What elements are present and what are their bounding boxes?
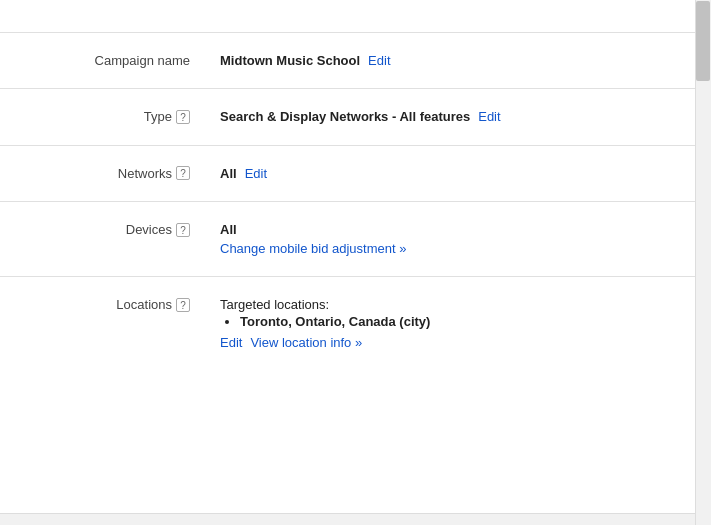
label-text-campaign-name: Campaign name: [95, 53, 190, 68]
label-text-networks: Networks: [118, 166, 172, 181]
value-cell-networks: AllEdit: [200, 145, 695, 202]
locations-header: Targeted locations:: [220, 297, 329, 312]
settings-row-campaign-name: Campaign nameMidtown Music SchoolEdit: [0, 33, 695, 89]
location-item: Toronto, Ontario, Canada (city): [240, 314, 685, 329]
label-cell-devices: Devices?: [0, 202, 200, 277]
label-text-devices: Devices: [126, 222, 172, 237]
view-location-info-link[interactable]: View location info »: [250, 335, 362, 350]
horizontal-scrollbar[interactable]: [0, 513, 695, 525]
edit-link-networks[interactable]: Edit: [245, 166, 267, 181]
edit-link-type[interactable]: Edit: [478, 109, 500, 124]
settings-row-type: Type?Search & Display Networks - All fea…: [0, 89, 695, 146]
value-cell-locations: Targeted locations:Toronto, Ontario, Can…: [200, 277, 695, 371]
change-link-devices[interactable]: Change mobile bid adjustment »: [220, 241, 685, 256]
settings-row-devices: Devices?AllChange mobile bid adjustment …: [0, 202, 695, 277]
label-cell-networks: Networks?: [0, 145, 200, 202]
value-cell-campaign-name: Midtown Music SchoolEdit: [200, 33, 695, 89]
edit-link-campaign-name[interactable]: Edit: [368, 53, 390, 68]
value-bold-devices: All: [220, 222, 237, 237]
label-cell-type: Type?: [0, 89, 200, 146]
location-links: EditView location info »: [220, 335, 685, 350]
locations-edit-link[interactable]: Edit: [220, 335, 242, 350]
value-bold-type: Search & Display Networks - All features: [220, 109, 470, 124]
settings-table: Campaign nameMidtown Music SchoolEditTyp…: [0, 32, 695, 370]
help-icon-networks[interactable]: ?: [176, 166, 190, 180]
label-text-locations: Locations: [116, 297, 172, 312]
value-cell-devices: AllChange mobile bid adjustment »: [200, 202, 695, 277]
page-title: [0, 0, 695, 32]
value-cell-type: Search & Display Networks - All features…: [200, 89, 695, 146]
help-icon-type[interactable]: ?: [176, 110, 190, 124]
help-icon-locations[interactable]: ?: [176, 298, 190, 312]
vertical-scrollbar-track: [695, 0, 711, 525]
help-icon-devices[interactable]: ?: [176, 223, 190, 237]
settings-row-locations: Locations?Targeted locations:Toronto, On…: [0, 277, 695, 371]
label-cell-campaign-name: Campaign name: [0, 33, 200, 89]
value-bold-networks: All: [220, 166, 237, 181]
label-text-type: Type: [144, 109, 172, 124]
value-bold-campaign-name: Midtown Music School: [220, 53, 360, 68]
label-cell-locations: Locations?: [0, 277, 200, 371]
locations-list: Toronto, Ontario, Canada (city): [240, 314, 685, 329]
vertical-scrollbar-thumb[interactable]: [696, 1, 710, 81]
settings-row-networks: Networks?AllEdit: [0, 145, 695, 202]
